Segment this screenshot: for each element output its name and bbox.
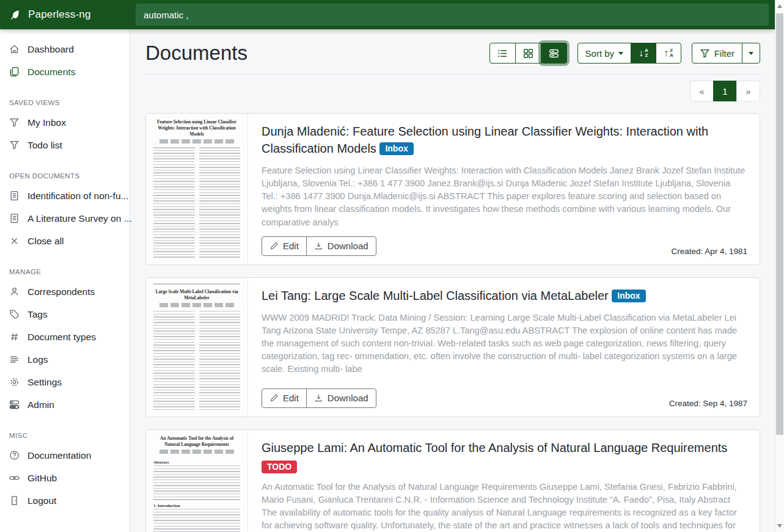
question-circle-icon — [9, 450, 20, 461]
search-input[interactable] — [136, 4, 769, 26]
tag-badge-todo[interactable]: TODO — [262, 461, 297, 473]
list-lines-icon — [9, 354, 20, 365]
tag-badge-inbox[interactable]: Inbox — [612, 290, 645, 302]
sidebar-item-logs[interactable]: Logs — [0, 348, 130, 371]
house-icon — [9, 44, 20, 54]
view-list-button[interactable] — [489, 43, 516, 64]
sidebar-item-admin[interactable]: Admin — [0, 393, 130, 416]
thumbnail-text-column — [199, 147, 241, 260]
brand-home-link[interactable]: Paperless-ng — [0, 0, 130, 29]
download-button[interactable]: Download — [306, 388, 376, 408]
documents-icon — [9, 67, 20, 77]
document-card: An Automatic Tool for the Analysis of Na… — [145, 429, 760, 532]
sort-descending-button[interactable]: ↑ ZA — [656, 43, 681, 64]
details-view-icon — [549, 48, 559, 59]
gear-icon — [9, 377, 20, 387]
pagination-prev-button[interactable]: « — [690, 81, 714, 101]
edit-button[interactable]: Edit — [262, 236, 307, 256]
funnel-icon — [9, 140, 20, 150]
sidebar: Dashboard Documents SAVED VIEWS My Inbox… — [0, 29, 130, 532]
sidebar-item-label: My Inbox — [27, 117, 66, 128]
sidebar-section-saved-views: SAVED VIEWS — [9, 99, 120, 109]
thumbnail-paper-title: Large Scale Multi-Label Classification v… — [153, 289, 240, 301]
sidebar-item-github[interactable]: GitHub — [0, 467, 130, 489]
view-grid-button[interactable] — [515, 43, 541, 64]
sidebar-item-logout[interactable]: Logout — [0, 489, 130, 512]
sidebar-item-documentation[interactable]: Documentation — [0, 444, 130, 467]
thumbnail-section-heading: 1. Introduction — [153, 503, 240, 508]
sort-by-button[interactable]: Sort by — [577, 43, 632, 64]
link-icon — [9, 473, 20, 483]
sidebar-item-todo-list[interactable]: Todo list — [0, 134, 130, 156]
tag-badge-inbox[interactable]: Inbox — [379, 142, 413, 155]
document-thumbnail[interactable]: Feature Selection using Linear Classifie… — [146, 114, 248, 264]
main-content: Documents — [131, 29, 775, 532]
filter-group: Filter — [692, 43, 760, 64]
document-snippet: Feature Selection using Linear Classifie… — [262, 164, 747, 229]
sidebar-item-dashboard[interactable]: Dashboard — [0, 38, 130, 60]
document-title-link[interactable]: Lei Tang: Large Scale Multi-Label Classi… — [262, 287, 747, 304]
document-thumbnail[interactable]: Large Scale Multi-Label Classification v… — [146, 278, 248, 417]
document-card: Large Scale Multi-Label Classification v… — [145, 277, 760, 417]
sidebar-item-document-types[interactable]: Document types — [0, 326, 130, 348]
sidebar-item-label: Document types — [27, 332, 96, 343]
document-title-link[interactable]: Dunja Mladenić: Feature Selection using … — [262, 123, 747, 157]
sidebar-item-label: Logs — [27, 354, 48, 365]
file-text-icon — [9, 191, 20, 201]
thumbnail-paper-title: Feature Selection using Linear Classifie… — [153, 119, 240, 137]
sidebar-item-open-doc-1[interactable]: Identification of non-fu... — [0, 184, 130, 207]
sidebar-item-tags[interactable]: Tags — [0, 303, 130, 326]
thumbnail-paper-title: An Automatic Tool for the Analysis of Na… — [153, 435, 240, 448]
sidebar-item-settings[interactable]: Settings — [0, 371, 130, 393]
edit-button[interactable]: Edit — [262, 388, 307, 408]
scrollbar-down-arrow[interactable] — [775, 521, 784, 531]
triangle-down-icon — [777, 524, 782, 528]
sidebar-item-open-doc-2[interactable]: A Literature Survey on ... — [0, 207, 130, 230]
triangle-up-icon — [777, 4, 782, 8]
pagination: « 1 » — [145, 81, 760, 101]
sidebar-item-documents[interactable]: Documents — [0, 60, 130, 83]
funnel-icon — [9, 117, 20, 128]
filter-dropdown-button[interactable] — [742, 43, 760, 64]
sidebar-section-open-documents: OPEN DOCUMENTS — [9, 172, 120, 183]
document-thumbnail[interactable]: An Automatic Tool for the Analysis of Na… — [146, 430, 248, 532]
sidebar-item-my-inbox[interactable]: My Inbox — [0, 111, 130, 134]
grid-view-icon — [523, 48, 533, 59]
app-header: Paperless-ng — [0, 0, 775, 29]
vertical-scrollbar — [775, 0, 784, 532]
leaf-logo-icon — [9, 9, 21, 21]
sidebar-item-close-all[interactable]: Close all — [0, 230, 130, 252]
sidebar-item-label: Documents — [27, 67, 75, 78]
scrollbar-up-arrow[interactable] — [775, 1, 784, 11]
view-details-button[interactable] — [541, 43, 567, 64]
person-icon — [9, 286, 20, 297]
sidebar-item-label: Settings — [27, 377, 62, 388]
sidebar-item-label: Identification of non-fu... — [27, 191, 128, 202]
caret-down-icon — [749, 52, 753, 55]
sort-ascending-button[interactable]: ↓ AZ — [631, 43, 656, 64]
view-toggle-group — [489, 43, 567, 64]
thumbnail-text-column — [153, 311, 195, 412]
brand-name: Paperless-ng — [28, 9, 91, 21]
sidebar-item-label: Correspondents — [27, 286, 95, 297]
document-title-link[interactable]: Giuseppe Lami: An Automatic Tool for the… — [262, 439, 747, 456]
sidebar-section-manage: MANAGE — [9, 268, 120, 279]
pagination-page-1-button[interactable]: 1 — [713, 81, 737, 101]
sidebar-item-label: Admin — [27, 399, 54, 410]
sidebar-item-label: Tags — [27, 309, 48, 320]
sidebar-item-correspondents[interactable]: Correspondents — [0, 280, 130, 303]
sidebar-section-misc: MISC — [9, 432, 120, 442]
pagination-next-button[interactable]: » — [736, 81, 760, 101]
download-icon — [314, 241, 323, 250]
sort-descending-icon: ↑ ZA — [664, 48, 673, 59]
filter-button[interactable]: Filter — [692, 43, 742, 64]
download-button[interactable]: Download — [306, 236, 376, 256]
tag-icon — [9, 309, 20, 319]
document-card: Feature Selection using Linear Classifie… — [145, 113, 760, 265]
documents-toolbar: Sort by ↓ AZ ↑ ZA — [489, 43, 760, 64]
scrollbar-thumb[interactable] — [776, 13, 783, 435]
thumbnail-authors-lines — [159, 139, 234, 144]
hash-icon — [9, 332, 20, 342]
sidebar-item-label: GitHub — [27, 473, 57, 484]
door-icon — [9, 495, 20, 506]
